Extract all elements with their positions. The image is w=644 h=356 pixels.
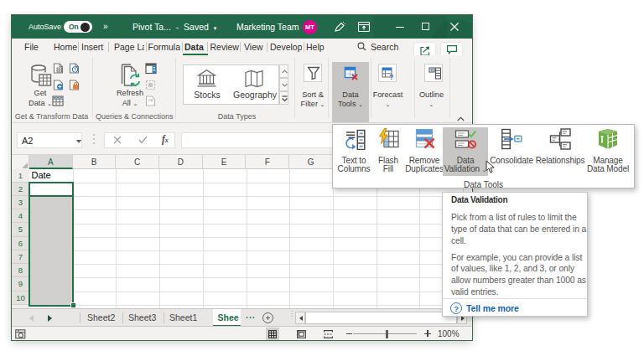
svg-text:?: ? bbox=[389, 72, 394, 80]
